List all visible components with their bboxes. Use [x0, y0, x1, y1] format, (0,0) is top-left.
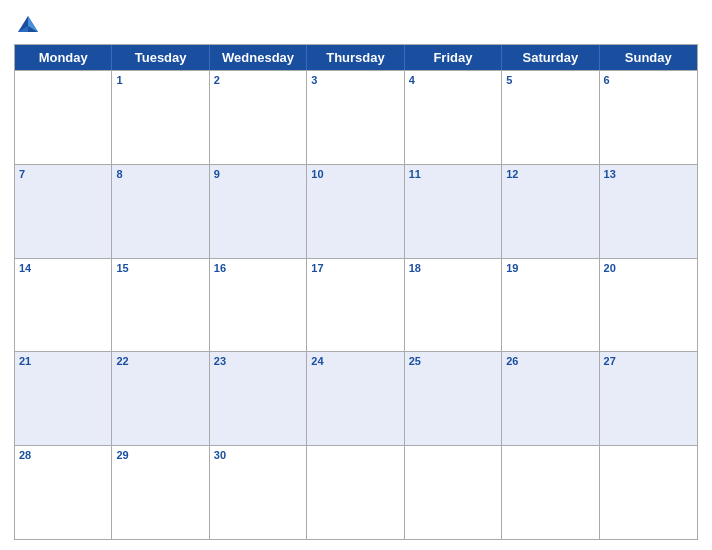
calendar-cell: 2 — [210, 71, 307, 164]
calendar-cell: 12 — [502, 165, 599, 258]
calendar-cell: 6 — [600, 71, 697, 164]
calendar-cell: 7 — [15, 165, 112, 258]
logo-icon — [14, 10, 42, 38]
calendar-cell: 22 — [112, 352, 209, 445]
day-number: 3 — [311, 74, 399, 87]
calendar-cell: 3 — [307, 71, 404, 164]
calendar-cell: 15 — [112, 259, 209, 352]
page-header — [14, 10, 698, 38]
calendar-cell: 18 — [405, 259, 502, 352]
day-number: 6 — [604, 74, 693, 87]
calendar-cell: 10 — [307, 165, 404, 258]
day-number: 23 — [214, 355, 302, 368]
day-number: 27 — [604, 355, 693, 368]
day-number: 26 — [506, 355, 594, 368]
day-number: 4 — [409, 74, 497, 87]
calendar-cell: 1 — [112, 71, 209, 164]
calendar-cell: 21 — [15, 352, 112, 445]
day-number: 13 — [604, 168, 693, 181]
day-number: 1 — [116, 74, 204, 87]
day-number: 2 — [214, 74, 302, 87]
calendar-cell — [15, 71, 112, 164]
calendar-row: 123456 — [15, 70, 697, 164]
calendar-cell: 25 — [405, 352, 502, 445]
day-number: 24 — [311, 355, 399, 368]
calendar-cell: 11 — [405, 165, 502, 258]
logo — [14, 10, 46, 38]
calendar-header: MondayTuesdayWednesdayThursdayFridaySatu… — [15, 45, 697, 70]
day-number: 10 — [311, 168, 399, 181]
day-number: 20 — [604, 262, 693, 275]
calendar-cell: 29 — [112, 446, 209, 539]
calendar-cell: 13 — [600, 165, 697, 258]
day-number: 28 — [19, 449, 107, 462]
calendar-cell — [600, 446, 697, 539]
day-number: 15 — [116, 262, 204, 275]
calendar-cell — [307, 446, 404, 539]
weekday-header: Thursday — [307, 45, 404, 70]
calendar-cell: 9 — [210, 165, 307, 258]
day-number: 8 — [116, 168, 204, 181]
weekday-header: Monday — [15, 45, 112, 70]
calendar-row: 78910111213 — [15, 164, 697, 258]
calendar-row: 21222324252627 — [15, 351, 697, 445]
calendar: MondayTuesdayWednesdayThursdayFridaySatu… — [14, 44, 698, 540]
calendar-cell: 17 — [307, 259, 404, 352]
day-number: 7 — [19, 168, 107, 181]
calendar-cell: 26 — [502, 352, 599, 445]
calendar-cell: 19 — [502, 259, 599, 352]
day-number: 5 — [506, 74, 594, 87]
calendar-cell: 24 — [307, 352, 404, 445]
day-number: 18 — [409, 262, 497, 275]
day-number: 25 — [409, 355, 497, 368]
weekday-header: Friday — [405, 45, 502, 70]
day-number: 22 — [116, 355, 204, 368]
day-number: 9 — [214, 168, 302, 181]
calendar-body: 1234567891011121314151617181920212223242… — [15, 70, 697, 539]
day-number: 14 — [19, 262, 107, 275]
day-number: 12 — [506, 168, 594, 181]
calendar-cell: 16 — [210, 259, 307, 352]
calendar-cell: 8 — [112, 165, 209, 258]
calendar-cell: 5 — [502, 71, 599, 164]
calendar-cell: 4 — [405, 71, 502, 164]
calendar-row: 14151617181920 — [15, 258, 697, 352]
calendar-row: 282930 — [15, 445, 697, 539]
day-number: 16 — [214, 262, 302, 275]
calendar-cell: 30 — [210, 446, 307, 539]
weekday-header: Wednesday — [210, 45, 307, 70]
day-number: 19 — [506, 262, 594, 275]
day-number: 29 — [116, 449, 204, 462]
calendar-cell: 14 — [15, 259, 112, 352]
calendar-cell: 27 — [600, 352, 697, 445]
day-number: 30 — [214, 449, 302, 462]
weekday-header: Saturday — [502, 45, 599, 70]
calendar-cell — [502, 446, 599, 539]
weekday-header: Tuesday — [112, 45, 209, 70]
day-number: 17 — [311, 262, 399, 275]
weekday-header: Sunday — [600, 45, 697, 70]
calendar-cell: 20 — [600, 259, 697, 352]
calendar-cell: 28 — [15, 446, 112, 539]
day-number: 21 — [19, 355, 107, 368]
day-number: 11 — [409, 168, 497, 181]
calendar-cell: 23 — [210, 352, 307, 445]
calendar-cell — [405, 446, 502, 539]
